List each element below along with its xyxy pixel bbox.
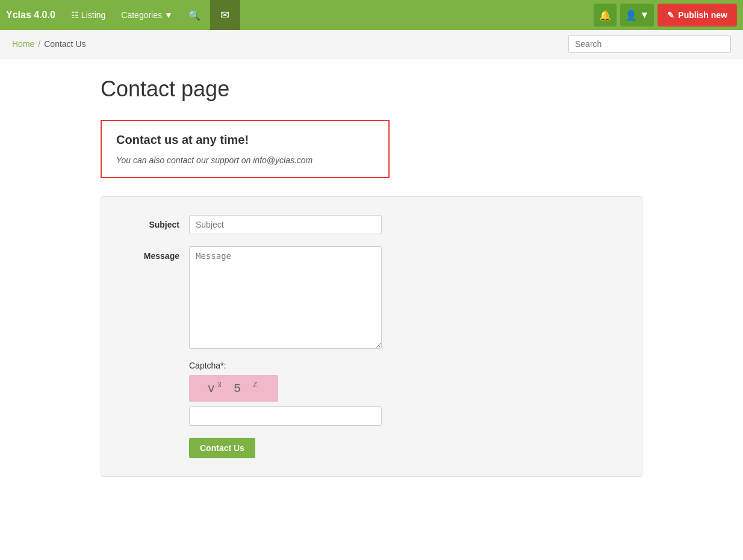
- contact-info-title: Contact us at any time!: [116, 133, 374, 147]
- contact-form-container: Subject Message Captcha*: v3 5 Z Contact…: [101, 196, 642, 477]
- message-input[interactable]: [189, 246, 382, 349]
- main-content: Contact page Contact us at any time! You…: [89, 58, 654, 495]
- breadcrumb: Home / Contact Us: [12, 39, 86, 49]
- list-icon: ☷: [71, 10, 79, 20]
- breadcrumb-current: Contact Us: [44, 39, 85, 49]
- contact-us-button[interactable]: Contact Us: [189, 438, 255, 458]
- nav-categories[interactable]: Categories ▼: [115, 7, 179, 23]
- nav-listing-label: Listing: [81, 10, 105, 20]
- search-input[interactable]: [569, 36, 730, 52]
- subject-row: Subject: [125, 215, 618, 234]
- user-icon: 👤: [625, 10, 637, 21]
- pencil-icon: ✎: [667, 10, 674, 20]
- navbar-right: 🔔 👤 ▼ ✎ Publish new: [594, 4, 737, 26]
- breadcrumb-row: Home / Contact Us: [0, 30, 743, 58]
- message-label: Message: [125, 246, 179, 261]
- contact-info-box: Contact us at any time! You can also con…: [101, 120, 390, 178]
- contact-info-sub: You can also contact our support on info…: [116, 155, 374, 165]
- publish-label: Publish new: [678, 10, 727, 20]
- nav-listing[interactable]: ☷ Listing: [65, 7, 111, 23]
- breadcrumb-home[interactable]: Home: [12, 39, 34, 49]
- chevron-down-icon: ▼: [164, 10, 173, 20]
- nav-envelope[interactable]: ✉: [210, 0, 240, 30]
- breadcrumb-separator: /: [38, 39, 40, 49]
- subject-label: Subject: [125, 215, 179, 229]
- captcha-image: v3 5 Z: [189, 375, 278, 402]
- captcha-input[interactable]: [189, 406, 382, 426]
- page-title: Contact page: [101, 76, 642, 102]
- notification-button[interactable]: 🔔: [594, 4, 617, 26]
- publish-new-button[interactable]: ✎ Publish new: [658, 4, 737, 26]
- subject-input[interactable]: [189, 215, 382, 234]
- search-box: [568, 35, 731, 53]
- nav-categories-label: Categories: [121, 10, 162, 20]
- brand: Yclas 4.0.0: [6, 10, 55, 20]
- nav-search-btn[interactable]: 🔍: [182, 6, 207, 25]
- navbar: Yclas 4.0.0 ☷ Listing Categories ▼ 🔍 ✉ 🔔…: [0, 0, 743, 30]
- captcha-text: v3 5 Z: [208, 381, 260, 396]
- user-button[interactable]: 👤 ▼: [620, 4, 654, 26]
- captcha-label: Captcha*:: [189, 361, 618, 370]
- message-row: Message: [125, 246, 618, 349]
- user-dropdown-icon: ▼: [639, 10, 649, 20]
